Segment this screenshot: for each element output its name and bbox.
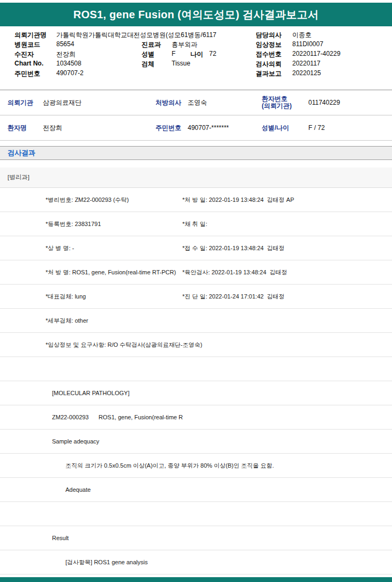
result-left: *등록번호: 23831791 (46, 220, 101, 228)
result-row: Sample adequacy (0, 430, 392, 454)
result-row: [MOLECULAR PATHOLOGY] (0, 381, 392, 405)
result-right: *처 방 일: 2022-01-19 13:48:24 김태정 AP (182, 196, 294, 204)
department-label: [병리과] (8, 173, 29, 181)
referral-row: 환자명 전장희 주민번호 490707-******* 성별/나이 F / 72 (0, 115, 392, 141)
field-label: Chart No. (14, 60, 43, 67)
field-label: 처방의사 (156, 98, 181, 107)
result-row: *처 방 명: ROS1, gene, Fusion(real-time RT-… (0, 260, 392, 285)
field-label: 결과보고 (256, 69, 282, 78)
result-right: *채 취 일: (182, 220, 207, 228)
hospital-info-row: 병원코드 85654 진료과 흉부외과 임상정보 811DI0007 (0, 40, 392, 49)
field-value: 490707-******* (188, 124, 229, 132)
field-value: 가톨릭학원가톨릭대학교대전성모병원(성모61병동/6117 (56, 31, 216, 40)
result-left: [MOLECULAR PATHOLOGY] (52, 390, 129, 396)
field-value: 전장희 (56, 50, 76, 59)
result-row: ZM22-000293 ROS1, gene, Fusion(real-time… (0, 405, 392, 430)
footer-bar (0, 577, 392, 582)
field-label-line: (의뢰기관) (262, 103, 292, 110)
result-right: *진 단 일: 2022-01-24 17:01:42 김태정 (182, 293, 285, 301)
result-left: *임상정보 및 요구사항: R/O 수탁검사(삼광의료재단-조영숙) (46, 341, 202, 349)
field-value: Tissue (172, 60, 190, 67)
field-label: 성별/나이 (262, 123, 289, 133)
field-label: 의뢰기관 (8, 98, 33, 107)
field-value: 20220117 (292, 60, 321, 67)
field-value: 72 (209, 50, 216, 57)
hospital-info-block: 의뢰기관명 가톨릭학원가톨릭대학교대전성모병원(성모61병동/6117 담당의사… (0, 30, 392, 78)
field-label: 검체 (142, 60, 154, 69)
result-left: ZM22-000293 ROS1, gene, Fusion(real-time… (52, 414, 183, 420)
field-value: 490707-2 (56, 69, 84, 77)
field-label: 성별 (142, 50, 154, 59)
results-section-header: 검사결과 (0, 146, 392, 160)
report-title-bar: ROS1, gene Fusion (여의도성모) 검사결과보고서 (0, 3, 392, 26)
result-right: *접 수 일: 2022-01-19 13:48:24 김태정 (182, 244, 285, 252)
field-label: 환자명 (8, 123, 27, 133)
results-block: [병리과] *병리번호: ZM22-000293 (수탁) *처 방 일: 20… (0, 168, 392, 574)
department-row: [병리과] (0, 168, 392, 188)
result-row: *세부검체: other (0, 309, 392, 333)
report-title: ROS1, gene Fusion (여의도성모) 검사결과보고서 (73, 8, 319, 22)
field-value: 이종호 (292, 31, 312, 40)
field-value: 011740229 (308, 99, 340, 106)
result-row: [검사항목] ROS1 gene analysis (0, 550, 392, 574)
result-left: 조직의 크기가 0.5x0.5cm 이상(A)이고, 종양 부위가 80% 이상… (65, 462, 274, 470)
result-row: *임상정보 및 요구사항: R/O 수탁검사(삼광의료재단-조영숙) (0, 333, 392, 357)
result-row: *상 병 명: - *접 수 일: 2022-01-19 13:48:24 김태… (0, 236, 392, 260)
report-page: ROS1, gene Fusion (여의도성모) 검사결과보고서 의뢰기관명 … (0, 0, 392, 582)
field-value: 20220117-40229 (292, 50, 341, 57)
result-left: *상 병 명: - (46, 244, 74, 252)
hospital-info-row: 주민번호 490707-2 결과보고 20220125 (0, 69, 392, 78)
field-label: 담당의사 (256, 31, 282, 40)
hospital-info-row: Chart No. 1034508 검체 Tissue 검사의뢰 2022011… (0, 59, 392, 69)
field-value: F / 72 (308, 124, 325, 132)
field-label: 검사의뢰 (256, 60, 282, 69)
result-row: Adequate (0, 478, 392, 502)
result-row: 조직의 크기가 0.5x0.5cm 이상(A)이고, 종양 부위가 80% 이상… (0, 454, 392, 478)
field-value: 흉부외과 (172, 40, 197, 49)
referral-block: 의뢰기관 삼광의료재단 처방의사 조영숙 환자번호(의뢰기관) 01174022… (0, 90, 392, 141)
field-label: 병원코드 (14, 40, 40, 49)
field-value: 20220125 (292, 69, 321, 77)
results-section-title: 검사결과 (8, 148, 35, 158)
result-left: *병리번호: ZM22-000293 (수탁) (46, 196, 129, 204)
field-label: 수진자 (14, 50, 34, 59)
result-left: Adequate (65, 486, 91, 493)
field-value: 85654 (56, 40, 74, 48)
field-value: 1034508 (56, 60, 82, 67)
result-row: *대표검체: lung *진 단 일: 2022-01-24 17:01:42 … (0, 285, 392, 309)
field-value: 삼광의료재단 (43, 98, 82, 107)
hospital-info-row: 의뢰기관명 가톨릭학원가톨릭대학교대전성모병원(성모61병동/6117 담당의사… (0, 30, 392, 40)
result-row: *등록번호: 23831791 *채 취 일: (0, 212, 392, 236)
result-left: Result (52, 535, 69, 541)
result-row-blank (0, 502, 392, 526)
field-label: 접수번호 (256, 50, 282, 59)
field-label: 주민번호 (14, 69, 40, 78)
field-label: 주민번호 (156, 123, 181, 133)
result-left: [검사항목] ROS1 gene analysis (65, 558, 147, 566)
field-label: 의뢰기관명 (14, 31, 47, 40)
field-label: 임상정보 (256, 40, 282, 49)
field-value: 811DI0007 (292, 40, 323, 48)
field-value: F (172, 50, 175, 57)
result-left: Sample adequacy (52, 438, 99, 445)
result-row-blank (0, 357, 392, 381)
result-right: *육안검사: 2022-01-19 13:48:24 김태정 (182, 268, 287, 277)
result-left: *처 방 명: ROS1, gene, Fusion(real-time RT-… (46, 268, 176, 277)
result-row: *병리번호: ZM22-000293 (수탁) *처 방 일: 2022-01-… (0, 188, 392, 212)
result-left: *대표검체: lung (46, 293, 86, 301)
field-label: 환자번호(의뢰기관) (262, 96, 292, 110)
result-left: *세부검체: other (46, 317, 88, 325)
result-row: Result (0, 526, 392, 550)
field-label: 나이 (190, 50, 203, 59)
field-label: 진료과 (142, 40, 161, 49)
referral-row: 의뢰기관 삼광의료재단 처방의사 조영숙 환자번호(의뢰기관) 01174022… (0, 90, 392, 115)
field-value: 조영숙 (188, 98, 207, 107)
field-value: 전장희 (43, 123, 62, 133)
hospital-info-row: 수진자 전장희 성별 F 나이 72 접수번호 20220117-40229 (0, 49, 392, 59)
